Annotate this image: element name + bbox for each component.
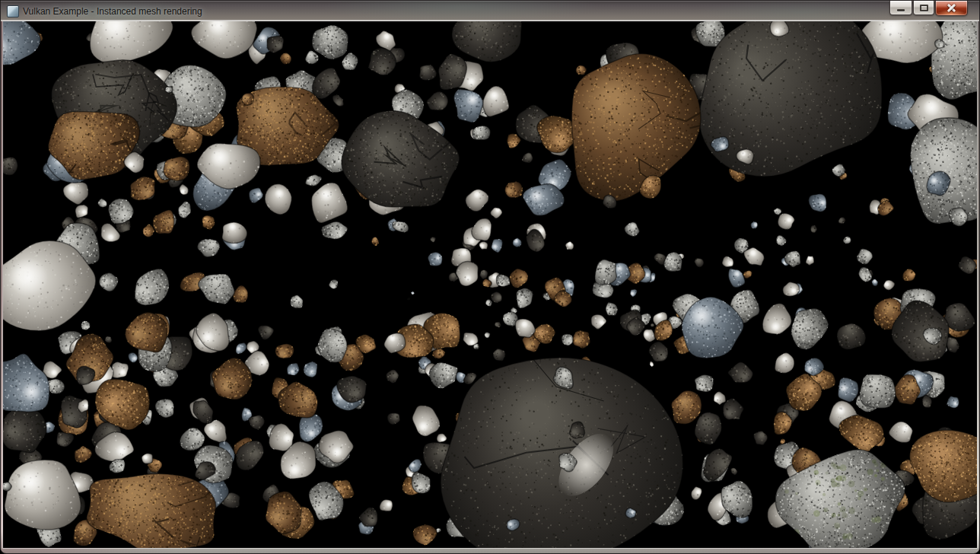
window-title: Vulkan Example - Instanced mesh renderin… bbox=[23, 6, 202, 17]
close-icon bbox=[946, 3, 957, 13]
app-icon[interactable] bbox=[7, 5, 19, 18]
caption-buttons bbox=[889, 1, 968, 16]
minimize-icon bbox=[897, 9, 905, 11]
render-viewport[interactable] bbox=[3, 21, 977, 548]
title-bar[interactable]: Vulkan Example - Instanced mesh renderin… bbox=[1, 1, 979, 21]
window: Vulkan Example - Instanced mesh renderin… bbox=[0, 0, 980, 554]
close-button[interactable] bbox=[935, 1, 968, 16]
minimize-button[interactable] bbox=[889, 1, 912, 15]
client-area bbox=[3, 21, 977, 548]
maximize-icon bbox=[920, 5, 928, 11]
maximize-button[interactable] bbox=[913, 1, 934, 15]
